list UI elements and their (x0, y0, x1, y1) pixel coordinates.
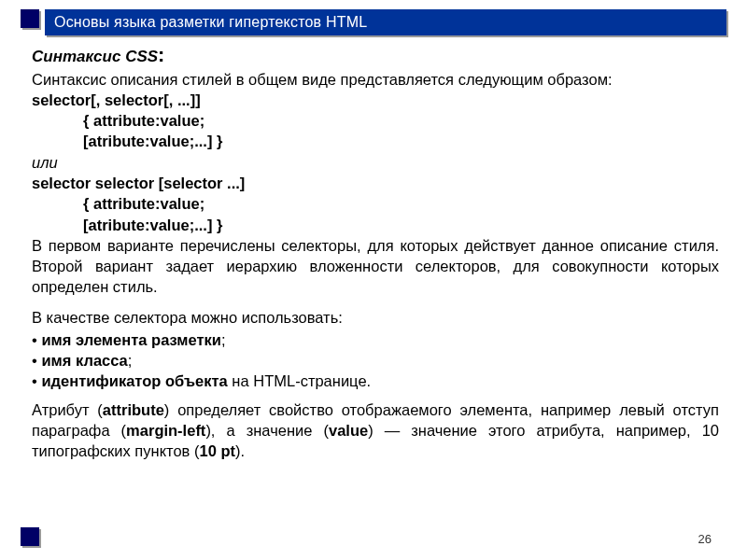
slide-content: Синтаксис CSS: Синтаксис описания стилей… (32, 41, 719, 461)
selector-intro: В качестве селектора можно использовать: (32, 307, 719, 328)
attribute-paragraph: Атрибут (attribute) определяет свойство … (32, 399, 719, 462)
list-item-bold: имя класса (41, 352, 127, 369)
selector-list: имя элемента разметки; имя класса; идент… (32, 329, 719, 392)
list-item: идентификатор объекта на HTML-странице. (32, 371, 719, 391)
syntax2-line1: selector selector [selector ...] (32, 173, 719, 193)
slide: Основы языка разметки гипертекстов HTML … (0, 0, 747, 560)
text-run: ), а значение ( (205, 422, 329, 439)
syntax2-line2: { attribute:value; (32, 193, 719, 214)
bold-run: value (329, 422, 368, 439)
bold-run: attribute (103, 401, 164, 418)
list-item: имя класса; (32, 350, 719, 371)
slide-title: Основы языка разметки гипертекстов HTML (54, 14, 367, 31)
title-bar: Основы языка разметки гипертекстов HTML (45, 9, 726, 35)
heading-text: Синтаксис CSS (32, 48, 158, 65)
syntax1-line1: selector[, selector[, ...]] (32, 90, 719, 110)
text-run: Атрибут ( (32, 401, 103, 418)
bold-run: 10 pt (199, 442, 235, 459)
or-word: или (32, 152, 719, 173)
text-run: ). (235, 442, 245, 459)
section-heading: Синтаксис CSS: (32, 41, 719, 69)
page-number: 26 (698, 532, 712, 546)
list-item-bold: имя элемента разметки (41, 331, 221, 348)
heading-colon: : (158, 43, 164, 66)
list-item-bold: идентификатор объекта (41, 372, 227, 389)
paragraph-variants: В первом варианте перечислены селекторы,… (32, 235, 719, 298)
syntax2-line3: [atribute:value;...] } (32, 215, 719, 235)
bold-run: margin-left (126, 422, 205, 439)
list-item: имя элемента разметки; (32, 329, 719, 350)
syntax1-line2: { attribute:value; (32, 110, 719, 131)
syntax1-line3: [atribute:value;...] } (32, 131, 719, 151)
intro-text: Синтаксис описания стилей в общем виде п… (32, 69, 719, 90)
accent-square-bottom (21, 527, 39, 546)
list-item-tail: на HTML-странице. (228, 372, 371, 389)
accent-square-top (21, 9, 39, 28)
